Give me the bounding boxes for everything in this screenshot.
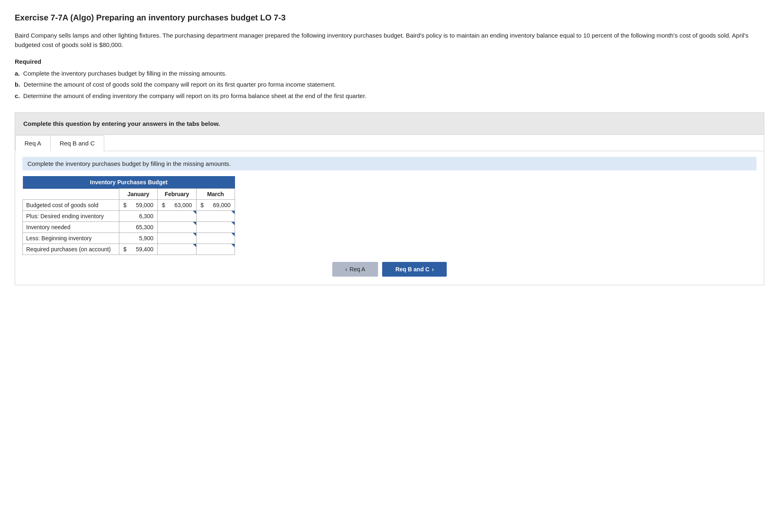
requirement-c: c. Determine the amount of ending invent… <box>15 91 764 101</box>
next-button[interactable]: Req B and C <box>382 262 447 277</box>
tabs-row: Req A Req B and C <box>15 135 764 151</box>
inventory-table-container: Inventory Purchases Budget January Febru… <box>22 176 235 255</box>
tab-content-req-a: Complete the inventory purchases budget … <box>15 151 764 285</box>
mar-value-cogs: 69,000 <box>208 200 235 211</box>
table-title: Inventory Purchases Budget <box>23 176 235 189</box>
instruction-box: Complete this question by entering your … <box>15 112 764 135</box>
feb-input-in[interactable] <box>158 222 196 233</box>
table-title-row: Inventory Purchases Budget <box>23 176 235 189</box>
feb-input-in-field[interactable] <box>162 224 190 230</box>
feb-input-bi-field[interactable] <box>162 235 190 241</box>
feb-input-rp-field[interactable] <box>162 246 190 253</box>
jan-dollar-cogs: $ <box>119 200 130 211</box>
tabs-wrapper: Req A Req B and C Complete the inventory… <box>15 135 764 285</box>
table-row: Budgeted cost of goods sold $ 59,000 $ 6… <box>23 200 235 211</box>
jan-dollar-bi <box>119 233 130 244</box>
next-label: Req B and C <box>395 266 429 273</box>
mar-indicator-dei <box>231 211 235 214</box>
description: Baird Company sells lamps and other ligh… <box>15 31 764 50</box>
jan-value-dei: 6,300 <box>131 211 158 222</box>
tab-req-a[interactable]: Req A <box>15 135 51 151</box>
jan-dollar-dei <box>119 211 130 222</box>
feb-input-dei[interactable] <box>158 211 196 222</box>
mar-indicator-rp <box>231 244 235 247</box>
row-label-req-purch: Required purchases (on account) <box>23 244 119 255</box>
jan-dollar-in <box>119 222 130 233</box>
feb-dollar-cogs: $ <box>158 200 169 211</box>
mar-input-dei-field[interactable] <box>201 213 229 219</box>
mar-input-rp-field[interactable] <box>201 246 229 253</box>
feb-input-dei-field[interactable] <box>162 213 190 219</box>
feb-indicator-dei <box>193 211 196 214</box>
jan-dollar-rp: $ <box>119 244 130 255</box>
requirement-b: b. Determine the amount of cost of goods… <box>15 79 764 90</box>
required-label: Required <box>15 58 764 65</box>
feb-indicator-in <box>193 222 196 225</box>
col-header-february: February <box>158 189 196 200</box>
tab-instruction: Complete the inventory purchases budget … <box>22 157 757 170</box>
table-row: Inventory needed 65,300 <box>23 222 235 233</box>
feb-input-bi[interactable] <box>158 233 196 244</box>
jan-value-bi: 5,900 <box>131 233 158 244</box>
jan-value-rp: 59,400 <box>131 244 158 255</box>
table-row: Required purchases (on account) $ 59,400 <box>23 244 235 255</box>
prev-button[interactable]: Req A <box>332 262 378 277</box>
row-label-begin-inv: Less: Beginning inventory <box>23 233 119 244</box>
tab-req-bc[interactable]: Req B and C <box>50 135 104 151</box>
feb-input-rp[interactable] <box>158 244 196 255</box>
jan-value-in: 65,300 <box>131 222 158 233</box>
feb-indicator-bi <box>193 233 196 236</box>
mar-input-dei[interactable] <box>196 211 235 222</box>
page-title: Exercise 7-7A (Algo) Preparing an invent… <box>15 13 764 22</box>
mar-indicator-bi <box>231 233 235 236</box>
col-header-march: March <box>196 189 235 200</box>
col-header-january: January <box>119 189 157 200</box>
row-label-inv-needed: Inventory needed <box>23 222 119 233</box>
mar-input-in[interactable] <box>196 222 235 233</box>
feb-indicator-rp <box>193 244 196 247</box>
mar-input-in-field[interactable] <box>201 224 229 230</box>
feb-value-cogs: 63,000 <box>169 200 196 211</box>
requirements-list: a. Complete the inventory purchases budg… <box>15 68 764 101</box>
table-row: Plus: Desired ending inventory 6,300 <box>23 211 235 222</box>
mar-input-rp[interactable] <box>196 244 235 255</box>
prev-label: Req A <box>349 266 365 273</box>
mar-dollar-cogs: $ <box>196 200 208 211</box>
row-label-cogs: Budgeted cost of goods sold <box>23 200 119 211</box>
table-row: Less: Beginning inventory 5,900 <box>23 233 235 244</box>
mar-indicator-in <box>231 222 235 225</box>
inventory-purchases-table: Inventory Purchases Budget January Febru… <box>22 176 235 255</box>
mar-input-bi-field[interactable] <box>201 235 229 241</box>
jan-value-cogs: 59,000 <box>131 200 158 211</box>
mar-input-bi[interactable] <box>196 233 235 244</box>
col-header-empty <box>23 189 119 200</box>
row-label-dei: Plus: Desired ending inventory <box>23 211 119 222</box>
requirement-a: a. Complete the inventory purchases budg… <box>15 68 764 79</box>
column-header-row: January February March <box>23 189 235 200</box>
nav-buttons: Req A Req B and C <box>22 262 757 277</box>
